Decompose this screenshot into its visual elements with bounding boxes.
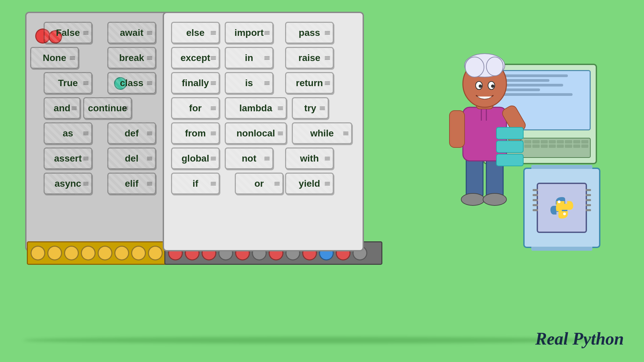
conveyor-slot xyxy=(148,246,163,260)
keyword-try: try xyxy=(292,97,329,119)
keyword-pass: pass xyxy=(285,22,334,44)
keyword-except: except xyxy=(171,47,220,69)
conveyor-slot xyxy=(47,246,62,260)
keyword-as: as xyxy=(44,122,92,144)
keyword-is: is xyxy=(225,72,273,94)
svg-point-16 xyxy=(465,57,484,77)
keyword-assert: assert xyxy=(44,147,92,169)
keyword-with: with xyxy=(285,147,334,169)
keyword-del: del xyxy=(107,147,156,169)
keyword-def: def xyxy=(107,122,156,144)
svg-rect-11 xyxy=(496,141,523,153)
svg-point-3 xyxy=(483,193,506,205)
keyword-raise: raise xyxy=(285,47,334,69)
keyword-async: async xyxy=(44,173,92,194)
keyword-none: None xyxy=(30,47,79,69)
svg-point-23 xyxy=(563,213,566,215)
svg-rect-12 xyxy=(496,154,523,166)
keyword-continue: continue xyxy=(83,97,132,119)
conveyor-slot xyxy=(64,246,79,260)
svg-point-22 xyxy=(558,200,560,203)
keyword-lambda: lambda xyxy=(225,97,287,119)
keyword-if: if xyxy=(171,173,220,194)
keyword-break: break xyxy=(107,47,156,69)
keyword-finally: finally xyxy=(171,72,220,94)
keyword-nonlocal: nonlocal xyxy=(225,122,287,144)
keyword-import: import xyxy=(225,22,273,44)
conveyor-slot xyxy=(131,246,146,260)
svg-rect-10 xyxy=(496,127,523,139)
conveyor-slot xyxy=(114,246,129,260)
keyword-await: await xyxy=(107,22,156,44)
svg-point-21 xyxy=(491,84,494,88)
keyword-false: False xyxy=(44,22,92,44)
svg-point-2 xyxy=(461,193,485,205)
keyword-not: not xyxy=(225,147,273,169)
keyword-return: return xyxy=(285,72,334,94)
keyword-and: and xyxy=(44,97,80,119)
keyword-elif: elif xyxy=(107,173,156,194)
keyword-true: True xyxy=(44,72,92,94)
conveyor-slot xyxy=(31,246,45,260)
svg-point-20 xyxy=(479,84,482,88)
keyword-yield: yield xyxy=(285,173,334,194)
conveyor-belt-left xyxy=(27,241,168,265)
keyword-in: in xyxy=(225,47,273,69)
keyword-while: while xyxy=(292,122,352,144)
keyword-or: or xyxy=(235,173,283,194)
keyword-global: global xyxy=(171,147,220,169)
keyword-class: class xyxy=(107,72,156,94)
keyword-else: else xyxy=(171,22,220,44)
ground-shadow xyxy=(23,337,604,344)
python-chip xyxy=(537,183,587,233)
person-illustration xyxy=(443,40,530,255)
svg-rect-7 xyxy=(449,111,465,147)
keyword-for: for xyxy=(171,97,220,119)
conveyor-slot xyxy=(81,246,96,260)
keyword-from: from xyxy=(171,122,220,144)
scene: False None True and as assert async awai… xyxy=(0,0,644,362)
conveyor-slot xyxy=(98,246,112,260)
svg-rect-0 xyxy=(466,158,483,198)
python-chip-box xyxy=(523,168,600,248)
svg-point-17 xyxy=(486,57,503,76)
